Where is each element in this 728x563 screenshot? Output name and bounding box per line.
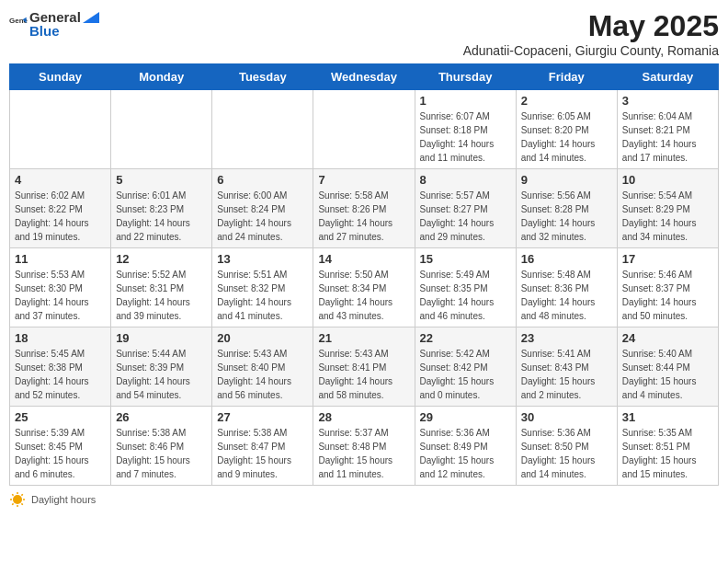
calendar-cell: 16Sunrise: 5:48 AM Sunset: 8:36 PM Dayli… xyxy=(516,248,617,327)
day-number: 17 xyxy=(622,252,713,266)
day-info: Sunrise: 5:56 AM Sunset: 8:28 PM Dayligh… xyxy=(521,189,612,244)
day-number: 13 xyxy=(217,252,308,266)
day-number: 8 xyxy=(420,173,511,187)
calendar-cell: 3Sunrise: 6:04 AM Sunset: 8:21 PM Daylig… xyxy=(617,90,718,169)
day-number: 9 xyxy=(521,173,612,187)
day-info: Sunrise: 5:44 AM Sunset: 8:39 PM Dayligh… xyxy=(116,347,207,402)
footer-area: Daylight hours xyxy=(9,491,719,508)
day-number: 15 xyxy=(420,252,511,266)
calendar-body: 1Sunrise: 6:07 AM Sunset: 8:18 PM Daylig… xyxy=(10,90,719,486)
day-info: Sunrise: 5:58 AM Sunset: 8:26 PM Dayligh… xyxy=(318,189,409,244)
day-info: Sunrise: 5:38 AM Sunset: 8:47 PM Dayligh… xyxy=(217,426,308,481)
calendar-cell: 29Sunrise: 5:36 AM Sunset: 8:49 PM Dayli… xyxy=(415,407,516,486)
calendar-cell: 5Sunrise: 6:01 AM Sunset: 8:23 PM Daylig… xyxy=(111,169,212,248)
day-info: Sunrise: 5:52 AM Sunset: 8:31 PM Dayligh… xyxy=(116,268,207,323)
calendar-cell: 27Sunrise: 5:38 AM Sunset: 8:47 PM Dayli… xyxy=(212,407,313,486)
calendar-cell xyxy=(313,90,415,169)
day-number: 23 xyxy=(521,331,612,345)
weekday-header-monday: Monday xyxy=(111,64,212,90)
calendar-cell: 18Sunrise: 5:45 AM Sunset: 8:38 PM Dayli… xyxy=(10,327,111,407)
calendar-cell: 4Sunrise: 6:02 AM Sunset: 8:22 PM Daylig… xyxy=(10,169,111,248)
day-number: 14 xyxy=(318,252,409,266)
svg-line-8 xyxy=(21,503,22,504)
svg-line-10 xyxy=(12,503,13,504)
calendar-cell: 25Sunrise: 5:39 AM Sunset: 8:45 PM Dayli… xyxy=(10,407,111,486)
day-number: 3 xyxy=(622,94,713,108)
calendar-week-5: 25Sunrise: 5:39 AM Sunset: 8:45 PM Dayli… xyxy=(10,407,719,486)
weekday-header-tuesday: Tuesday xyxy=(212,64,313,90)
day-number: 6 xyxy=(217,173,308,187)
title-area: May 2025 Adunatii-Copaceni, Giurgiu Coun… xyxy=(463,9,719,58)
day-number: 22 xyxy=(420,331,511,345)
calendar-cell: 31Sunrise: 5:35 AM Sunset: 8:51 PM Dayli… xyxy=(617,407,718,486)
day-number: 27 xyxy=(217,410,308,424)
day-info: Sunrise: 5:51 AM Sunset: 8:32 PM Dayligh… xyxy=(217,268,308,323)
calendar-cell: 28Sunrise: 5:37 AM Sunset: 8:48 PM Dayli… xyxy=(313,407,415,486)
calendar-cell: 19Sunrise: 5:44 AM Sunset: 8:39 PM Dayli… xyxy=(111,327,212,407)
day-info: Sunrise: 6:00 AM Sunset: 8:24 PM Dayligh… xyxy=(217,189,308,244)
day-number: 30 xyxy=(521,410,612,424)
weekday-header-saturday: Saturday xyxy=(617,64,718,90)
weekday-header-row: SundayMondayTuesdayWednesdayThursdayFrid… xyxy=(10,64,719,90)
day-number: 12 xyxy=(116,252,207,266)
calendar-cell: 7Sunrise: 5:58 AM Sunset: 8:26 PM Daylig… xyxy=(313,169,415,248)
calendar-cell: 23Sunrise: 5:41 AM Sunset: 8:43 PM Dayli… xyxy=(516,327,617,407)
logo: General General Blue xyxy=(9,9,101,39)
day-number: 18 xyxy=(15,331,106,345)
day-info: Sunrise: 5:43 AM Sunset: 8:40 PM Dayligh… xyxy=(217,347,308,402)
day-number: 10 xyxy=(622,173,713,187)
calendar-cell xyxy=(10,90,111,169)
weekday-header-thursday: Thursday xyxy=(415,64,516,90)
calendar-cell: 9Sunrise: 5:56 AM Sunset: 8:28 PM Daylig… xyxy=(516,169,617,248)
calendar-header: SundayMondayTuesdayWednesdayThursdayFrid… xyxy=(10,64,719,90)
svg-marker-1 xyxy=(83,12,99,23)
calendar-cell: 12Sunrise: 5:52 AM Sunset: 8:31 PM Dayli… xyxy=(111,248,212,327)
calendar-cell xyxy=(111,90,212,169)
calendar-week-3: 11Sunrise: 5:53 AM Sunset: 8:30 PM Dayli… xyxy=(10,248,719,327)
calendar-cell: 17Sunrise: 5:46 AM Sunset: 8:37 PM Dayli… xyxy=(617,248,718,327)
logo-triangle-icon xyxy=(81,10,101,25)
calendar-cell: 11Sunrise: 5:53 AM Sunset: 8:30 PM Dayli… xyxy=(10,248,111,327)
day-info: Sunrise: 5:46 AM Sunset: 8:37 PM Dayligh… xyxy=(622,268,713,323)
weekday-header-friday: Friday xyxy=(516,64,617,90)
day-info: Sunrise: 5:57 AM Sunset: 8:27 PM Dayligh… xyxy=(420,189,511,244)
day-number: 19 xyxy=(116,331,207,345)
day-info: Sunrise: 5:49 AM Sunset: 8:35 PM Dayligh… xyxy=(420,268,511,323)
calendar-cell xyxy=(212,90,313,169)
calendar-week-1: 1Sunrise: 6:07 AM Sunset: 8:18 PM Daylig… xyxy=(10,90,719,169)
day-number: 26 xyxy=(116,410,207,424)
calendar-week-4: 18Sunrise: 5:45 AM Sunset: 8:38 PM Dayli… xyxy=(10,327,719,407)
day-info: Sunrise: 5:50 AM Sunset: 8:34 PM Dayligh… xyxy=(318,268,409,323)
day-info: Sunrise: 5:35 AM Sunset: 8:51 PM Dayligh… xyxy=(622,426,713,481)
calendar-cell: 1Sunrise: 6:07 AM Sunset: 8:18 PM Daylig… xyxy=(415,90,516,169)
day-info: Sunrise: 6:02 AM Sunset: 8:22 PM Dayligh… xyxy=(15,189,106,244)
header: General General Blue May 2025 Adunatii-C… xyxy=(9,9,719,58)
calendar-cell: 26Sunrise: 5:38 AM Sunset: 8:46 PM Dayli… xyxy=(111,407,212,486)
day-number: 2 xyxy=(521,94,612,108)
day-number: 31 xyxy=(622,410,713,424)
location-title: Adunatii-Copaceni, Giurgiu County, Roman… xyxy=(463,43,719,58)
day-info: Sunrise: 5:41 AM Sunset: 8:43 PM Dayligh… xyxy=(521,347,612,402)
day-info: Sunrise: 5:48 AM Sunset: 8:36 PM Dayligh… xyxy=(521,268,612,323)
month-title: May 2025 xyxy=(463,9,719,43)
day-number: 1 xyxy=(420,94,511,108)
day-info: Sunrise: 5:40 AM Sunset: 8:44 PM Dayligh… xyxy=(622,347,713,402)
day-number: 25 xyxy=(15,410,106,424)
calendar-cell: 6Sunrise: 6:00 AM Sunset: 8:24 PM Daylig… xyxy=(212,169,313,248)
calendar-week-2: 4Sunrise: 6:02 AM Sunset: 8:22 PM Daylig… xyxy=(10,169,719,248)
calendar-cell: 8Sunrise: 5:57 AM Sunset: 8:27 PM Daylig… xyxy=(415,169,516,248)
day-number: 16 xyxy=(521,252,612,266)
day-number: 21 xyxy=(318,331,409,345)
day-info: Sunrise: 6:05 AM Sunset: 8:20 PM Dayligh… xyxy=(521,109,612,165)
daylight-label: Daylight hours xyxy=(31,494,96,505)
logo-icon: General xyxy=(9,15,28,33)
day-info: Sunrise: 5:43 AM Sunset: 8:41 PM Dayligh… xyxy=(318,347,409,402)
calendar-cell: 13Sunrise: 5:51 AM Sunset: 8:32 PM Dayli… xyxy=(212,248,313,327)
calendar-cell: 2Sunrise: 6:05 AM Sunset: 8:20 PM Daylig… xyxy=(516,90,617,169)
day-number: 20 xyxy=(217,331,308,345)
svg-line-9 xyxy=(21,494,22,495)
day-info: Sunrise: 5:54 AM Sunset: 8:29 PM Dayligh… xyxy=(622,189,713,244)
day-info: Sunrise: 5:53 AM Sunset: 8:30 PM Dayligh… xyxy=(15,268,106,323)
day-info: Sunrise: 6:07 AM Sunset: 8:18 PM Dayligh… xyxy=(420,109,511,165)
day-info: Sunrise: 5:36 AM Sunset: 8:49 PM Dayligh… xyxy=(420,426,511,481)
